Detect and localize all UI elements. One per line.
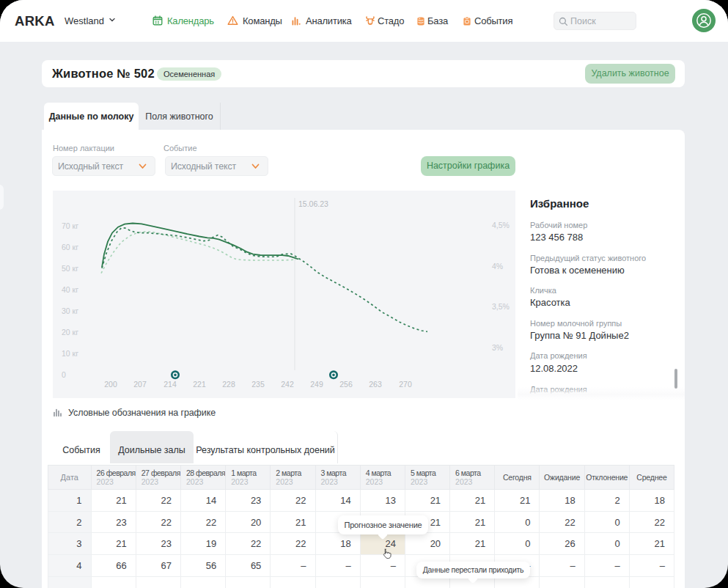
svg-text:15.06.23: 15.06.23 [298,199,328,208]
svg-text:207: 207 [133,380,147,389]
svg-text:40 кг: 40 кг [62,285,78,294]
svg-text:70 кг: 70 кг [62,221,78,230]
svg-text:10 кг: 10 кг [62,349,78,358]
svg-text:270: 270 [399,380,412,389]
svg-text:3%: 3% [492,343,503,352]
svg-text:256: 256 [339,380,353,389]
svg-text:4%: 4% [492,262,503,271]
svg-text:263: 263 [369,380,382,389]
svg-text:242: 242 [281,380,294,389]
svg-text:4,5%: 4,5% [492,221,510,229]
svg-text:50 кг: 50 кг [62,264,78,273]
svg-text:30 кг: 30 кг [62,306,78,315]
svg-text:249: 249 [310,380,323,389]
svg-text:221: 221 [193,380,206,389]
svg-text:0: 0 [62,370,66,379]
svg-text:228: 228 [222,380,235,389]
svg-text:3,5%: 3,5% [492,302,510,311]
svg-text:20 кг: 20 кг [62,328,78,337]
svg-text:235: 235 [251,380,265,389]
svg-text:60 кг: 60 кг [62,243,78,251]
svg-text:200: 200 [104,380,117,389]
svg-text:214: 214 [163,380,177,389]
